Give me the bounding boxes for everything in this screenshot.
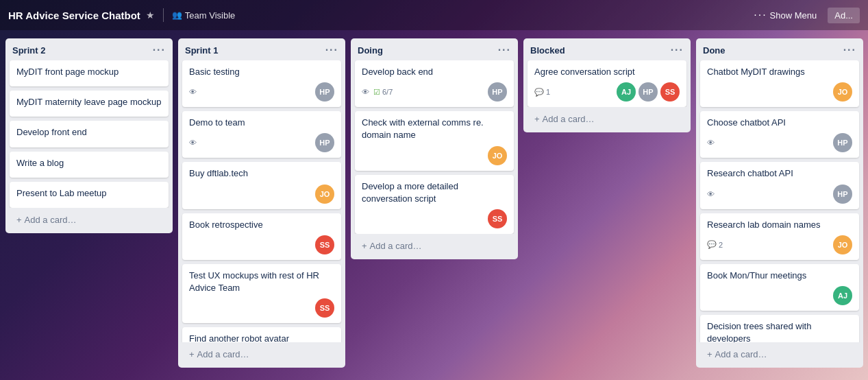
plus-icon: + <box>16 215 22 225</box>
card-title: Decision trees shared with developers <box>707 320 852 342</box>
card-title: Book retrospective <box>189 219 334 231</box>
card-avatars: SS <box>315 235 334 254</box>
card-avatars: SS <box>315 298 334 318</box>
column-title: Done <box>703 45 726 56</box>
badge-check: ☑ 6/7 <box>373 88 393 97</box>
add-card-label: Add a card… <box>197 349 249 359</box>
card[interactable]: MyDIT maternity leave page mockup <box>10 91 169 117</box>
column-title: Sprint 2 <box>12 45 45 56</box>
card-title: Develop a more detailed conversation scr… <box>362 180 507 205</box>
card-meta: 👁HP <box>189 82 334 102</box>
avatar: AJ <box>833 286 852 305</box>
avatar: HP <box>315 133 334 152</box>
board-title: HR Advice Service Chatbot <box>8 10 140 21</box>
column-cards: Develop back end👁☑ 6/7HPCheck with exter… <box>351 60 518 234</box>
checkmark-icon: ☑ <box>373 88 380 97</box>
card-meta: 👁HP <box>707 185 852 204</box>
avatar: HP <box>315 82 334 102</box>
column-menu-icon[interactable]: ··· <box>671 44 684 56</box>
add-button[interactable]: Ad... <box>828 8 860 23</box>
menu-dots-icon: ··· <box>754 9 767 21</box>
card[interactable]: Develop front end <box>10 121 169 147</box>
show-menu-label: Show Menu <box>770 10 817 21</box>
avatar: HP <box>638 82 658 102</box>
column-sprint1: Sprint 1···Basic testing👁HPDemo to team👁… <box>178 38 345 368</box>
card-badges: 💬 2 <box>707 240 723 249</box>
card[interactable]: Present to Lab meetup <box>10 182 169 208</box>
card-title: Chatbot MyDIT drawings <box>707 66 852 78</box>
card[interactable]: Research lab domain names💬 2JO <box>700 213 859 260</box>
card[interactable]: Book retrospective✎SS <box>182 213 341 260</box>
card-meta: SS <box>189 235 334 254</box>
card-title: Agree conversation script <box>534 66 680 78</box>
column-title: Doing <box>358 45 383 56</box>
card[interactable]: Decision trees shared with developersAJS… <box>700 315 859 342</box>
column-menu-icon[interactable]: ··· <box>325 44 338 56</box>
avatar: SS <box>488 209 507 228</box>
column-menu-icon[interactable]: ··· <box>153 44 166 56</box>
card[interactable]: Book Mon/Thur meetingsAJ <box>700 264 859 311</box>
card[interactable]: Agree conversation script💬 1AJHPSS <box>528 60 686 107</box>
add-card-button[interactable]: + Add a card… <box>528 110 686 130</box>
card-avatars: HP <box>315 133 334 152</box>
add-card-label: Add a card… <box>370 241 422 251</box>
card-meta: 👁HP <box>189 133 334 152</box>
team-visibility[interactable]: 👥 Team Visible <box>172 10 235 21</box>
column-menu-icon[interactable]: ··· <box>498 44 511 56</box>
card[interactable]: Test UX mockups with rest of HR Advice T… <box>182 264 341 323</box>
card[interactable]: Find another robot avatarSS <box>182 327 341 342</box>
card-title: Write a blog <box>16 157 162 169</box>
badge-eye: 👁 <box>707 139 715 147</box>
card[interactable]: Develop back end👁☑ 6/7HP <box>355 60 514 107</box>
card-title: Book Mon/Thur meetings <box>707 270 852 282</box>
card[interactable]: Choose chatbot API👁HP <box>700 111 859 158</box>
card-title: Find another robot avatar <box>189 333 334 342</box>
comment-icon: 💬 <box>534 88 544 97</box>
avatar: SS <box>315 235 334 254</box>
column-cards: Agree conversation script💬 1AJHPSS <box>523 60 691 107</box>
avatar: HP <box>833 133 852 152</box>
card[interactable]: MyDIT front page mockup <box>10 60 169 86</box>
card[interactable]: Buy dftlab.techJO <box>182 162 341 209</box>
card-title: Present to Lab meetup <box>16 187 162 200</box>
card-title: Develop back end <box>362 66 507 78</box>
card-avatars: AJHPSS <box>617 82 680 102</box>
card-title: Demo to team <box>189 117 334 129</box>
add-card-button[interactable]: + Add a card… <box>700 345 859 365</box>
badge-eye: 👁 <box>189 139 197 147</box>
card[interactable]: Check with external comms re. domain nam… <box>355 111 514 170</box>
column-doing: Doing···Develop back end👁☑ 6/7HPCheck wi… <box>351 38 518 259</box>
card[interactable]: Basic testing👁HP <box>182 60 341 107</box>
add-card-button[interactable]: + Add a card… <box>182 345 341 365</box>
column-menu-icon[interactable]: ··· <box>843 44 856 56</box>
column-title: Blocked <box>530 45 565 56</box>
column-cards: MyDIT front page mockupMyDIT maternity l… <box>5 60 173 208</box>
card-avatars: JO <box>833 235 852 254</box>
avatar: JO <box>833 235 852 254</box>
card[interactable]: Demo to team👁HP <box>182 111 341 158</box>
avatar: JO <box>488 146 507 165</box>
card[interactable]: Chatbot MyDIT drawingsJO <box>700 60 859 107</box>
column-done: Done···Chatbot MyDIT drawingsJOChoose ch… <box>696 38 863 368</box>
column-header: Sprint 1··· <box>178 38 345 60</box>
show-menu-button[interactable]: ··· Show Menu <box>754 9 817 21</box>
column-header: Blocked··· <box>523 38 691 60</box>
add-card-button[interactable]: + Add a card… <box>355 237 514 257</box>
card-meta: JO <box>362 146 507 165</box>
card-badges: 👁 <box>189 139 197 147</box>
card[interactable]: Develop a more detailed conversation scr… <box>355 175 514 234</box>
card[interactable]: Research chatbot API👁HP <box>700 162 859 209</box>
plus-icon: + <box>362 241 367 251</box>
card-avatars: HP <box>833 185 852 204</box>
badge-eye: 👁 <box>707 190 715 198</box>
card-avatars: HP <box>315 82 334 102</box>
add-card-button[interactable]: + Add a card… <box>10 211 169 230</box>
card-meta: 💬 1AJHPSS <box>534 82 680 102</box>
badge-eye: 👁 <box>362 88 369 96</box>
column-sprint2: Sprint 2···MyDIT front page mockupMyDIT … <box>5 38 173 233</box>
card-avatars: HP <box>488 82 507 102</box>
star-icon[interactable]: ★ <box>146 10 155 21</box>
plus-icon: + <box>189 349 195 359</box>
card[interactable]: Write a blog <box>10 152 169 178</box>
card-badges: 💬 1 <box>534 88 550 97</box>
